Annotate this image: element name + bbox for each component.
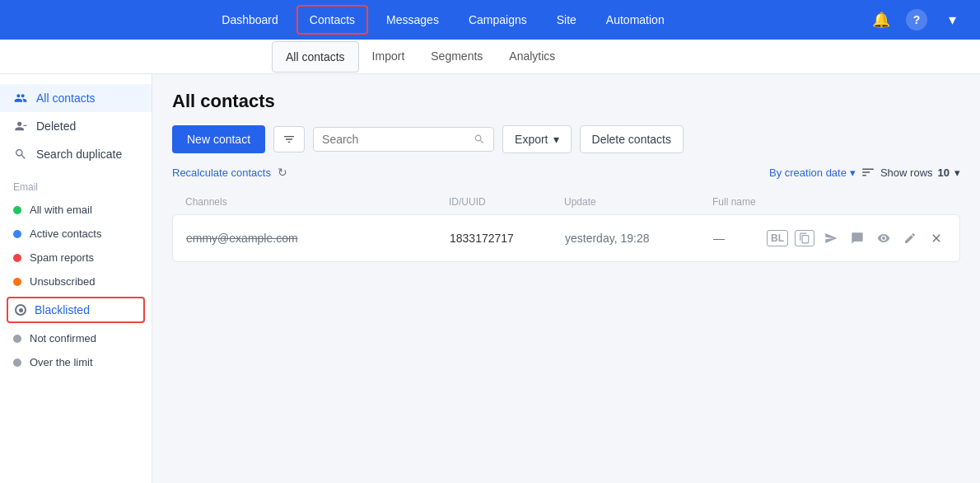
sidebar-label-all-with-email: All with email [30,204,92,216]
export-label: Export [515,133,548,146]
row-email-text[interactable]: emmy@example.com [186,232,298,245]
view-action-icon[interactable] [874,228,894,248]
nav-links: Dashboard Contacts Messages Campaigns Si… [16,7,870,33]
sidebar-label-active-contacts: Active contacts [30,227,101,240]
subnav-analytics[interactable]: Analytics [496,41,568,73]
row-actions: BL [767,228,946,248]
main-layout: All contacts Deleted Search duplicate Em… [0,74,980,483]
sort-label: By creation date [769,166,847,179]
account-chevron-icon[interactable]: ▾ [940,8,964,31]
nav-contacts[interactable]: Contacts [296,5,368,35]
row-id: 1833172717 [450,232,565,245]
toolbar: New contact Export ▾ Delete contacts [172,125,960,153]
blacklist-action-icon[interactable]: BL [767,230,788,246]
export-chevron-icon: ▾ [553,133,559,146]
row-fullname: — [713,232,767,245]
dot-gray-icon [13,335,21,343]
subnav-segments[interactable]: Segments [418,41,496,73]
sidebar-item-spam-reports[interactable]: Spam reports [0,246,152,270]
nav-site[interactable]: Site [545,7,588,33]
dot-gray2-icon [13,359,21,367]
edit-action-icon[interactable] [900,228,920,248]
sidebar-label-not-confirmed: Not confirmed [30,332,96,345]
new-contact-button[interactable]: New contact [172,125,265,153]
nav-dashboard[interactable]: Dashboard [210,7,290,33]
send-action-icon[interactable] [821,228,841,248]
nav-messages[interactable]: Messages [375,7,450,33]
sidebar-item-search-duplicate[interactable]: Search duplicate [0,140,152,168]
blacklisted-dot-icon [15,304,26,316]
main-content: All contacts New contact Export ▾ Delete… [152,74,980,483]
sort-controls: By creation date ▾ Show rows 10 ▾ [769,165,960,180]
col-id: ID/UUID [449,196,564,208]
col-channels: Channels [185,196,449,208]
sidebar-item-active-contacts[interactable]: Active contacts [0,222,152,246]
sidebar-label-search-duplicate: Search duplicate [36,148,122,161]
search-box [313,127,494,152]
sidebar-item-all-with-email[interactable]: All with email [0,198,152,222]
sidebar-label-spam-reports: Spam reports [30,251,94,264]
sidebar-item-unsubscribed[interactable]: Unsubscribed [0,270,152,293]
filter-button[interactable] [273,126,305,152]
sidebar-label-over-the-limit: Over the limit [30,356,93,368]
copy-action-icon[interactable] [795,230,814,246]
sidebar-item-blacklisted[interactable]: Blacklisted [7,297,145,323]
recalculate-toolbar: Recalculate contacts ↻ By creation date … [172,165,960,180]
search-input[interactable] [322,133,469,146]
nav-contacts-wrapper: Contacts [296,13,368,26]
delete-contacts-button[interactable]: Delete contacts [580,125,684,153]
sidebar-section-email: Email [0,168,152,198]
sidebar-item-deleted[interactable]: Deleted [0,112,152,140]
row-update: yesterday, 19:28 [565,232,713,245]
nav-campaigns[interactable]: Campaigns [457,7,539,33]
recalculate-group: Recalculate contacts ↻ [172,166,287,179]
sidebar-item-over-the-limit[interactable]: Over the limit [0,350,152,374]
table-header: Channels ID/UUID Update Full name [172,190,960,214]
sidebar: All contacts Deleted Search duplicate Em… [0,74,152,483]
sidebar-label-all-contacts: All contacts [36,91,96,105]
bell-icon[interactable]: 🔔 [870,8,893,31]
sort-select[interactable]: By creation date ▾ [769,166,856,179]
people-icon [13,91,28,106]
page-title: All contacts [172,91,960,112]
search-icon [474,133,485,146]
table-row: emmy@example.com 1833172717 yesterday, 1… [172,214,960,262]
sub-nav: All contacts Import Segments Analytics [0,40,980,74]
dot-orange-icon [13,278,21,286]
subnav-all-contacts[interactable]: All contacts [272,41,359,73]
dot-red-icon [13,254,21,262]
sort-chevron-icon: ▾ [850,166,856,179]
top-nav-icons: 🔔 ? ▾ [870,8,964,31]
sidebar-item-all-contacts[interactable]: All contacts [0,84,152,112]
dot-blue-icon [13,230,21,238]
export-button[interactable]: Export ▾ [502,125,571,153]
nav-automation[interactable]: Automation [595,7,676,33]
col-update: Update [564,196,712,208]
refresh-icon[interactable]: ↻ [278,166,287,179]
sidebar-item-not-confirmed[interactable]: Not confirmed [0,326,152,350]
dot-green-icon [13,206,21,214]
help-icon[interactable]: ? [906,9,927,30]
sidebar-label-unsubscribed: Unsubscribed [30,275,96,288]
person-search-icon [13,147,28,162]
top-nav: Dashboard Contacts Messages Campaigns Si… [0,0,980,40]
person-x-icon [13,119,28,134]
show-rows-label: Show rows [880,166,933,179]
row-count: 10 [938,166,950,179]
delete-action-icon[interactable] [926,228,946,248]
sidebar-label-blacklisted: Blacklisted [35,303,90,317]
sort-lines-icon[interactable] [861,165,875,180]
row-email: emmy@example.com [186,232,450,245]
chat-action-icon[interactable] [847,228,867,248]
subnav-import[interactable]: Import [359,41,418,73]
row-count-chevron-icon[interactable]: ▾ [954,166,960,179]
sidebar-label-deleted: Deleted [36,120,76,133]
recalculate-link[interactable]: Recalculate contacts [172,166,271,179]
col-fullname: Full name [712,196,947,208]
